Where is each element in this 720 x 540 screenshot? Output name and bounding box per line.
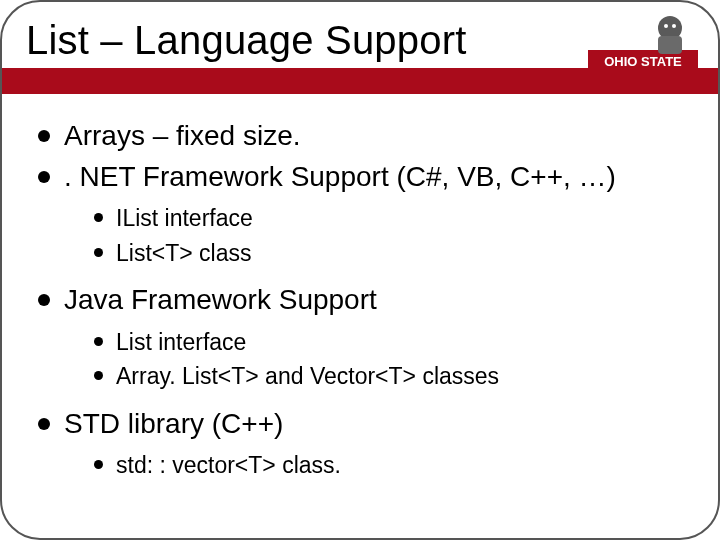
list-item: std: : vector<T> class.: [64, 448, 688, 483]
bullet-text: Java Framework Support: [64, 284, 377, 315]
sub-list: std: : vector<T> class.: [64, 448, 688, 483]
list-item: . NET Framework Support (C#, VB, C++, …)…: [34, 157, 688, 271]
sub-list: IList interface List<T> class: [64, 201, 688, 270]
bullet-text: Arrays – fixed size.: [64, 120, 301, 151]
svg-rect-3: [658, 36, 682, 54]
list-item: List interface: [64, 325, 688, 360]
list-item: STD library (C++) std: : vector<T> class…: [34, 404, 688, 483]
bullet-text: List interface: [116, 329, 246, 355]
slide-title: List – Language Support: [26, 18, 467, 63]
list-item: List<T> class: [64, 236, 688, 271]
list-item: Java Framework Support List interface Ar…: [34, 280, 688, 394]
logo-top-text: OHIO STATE: [604, 54, 682, 69]
banner-stripe: [2, 68, 718, 94]
bullet-text: STD library (C++): [64, 408, 283, 439]
list-item: Arrays – fixed size.: [34, 116, 688, 157]
list-item: IList interface: [64, 201, 688, 236]
sub-list: List interface Array. List<T> and Vector…: [64, 325, 688, 394]
bullet-text: IList interface: [116, 205, 253, 231]
bullet-text: std: : vector<T> class.: [116, 452, 341, 478]
list-item: Array. List<T> and Vector<T> classes: [64, 359, 688, 394]
bullet-text: . NET Framework Support (C#, VB, C++, …): [64, 161, 616, 192]
slide: List – Language Support OHIO STATE B · U…: [0, 0, 720, 540]
bullet-list: Arrays – fixed size. . NET Framework Sup…: [34, 116, 688, 483]
bullet-text: Array. List<T> and Vector<T> classes: [116, 363, 499, 389]
bullet-text: List<T> class: [116, 240, 252, 266]
svg-point-5: [672, 24, 676, 28]
svg-point-4: [664, 24, 668, 28]
content-area: Arrays – fixed size. . NET Framework Sup…: [34, 116, 688, 493]
